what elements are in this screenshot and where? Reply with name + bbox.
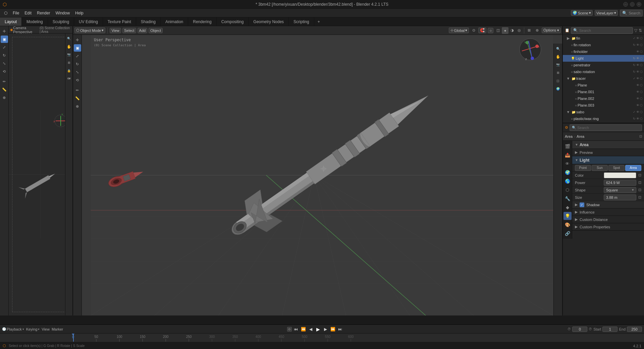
menu-render[interactable]: Render (34, 10, 53, 16)
outliner-item-plane-002[interactable]: ○ Plane.002 👁 ⬡ (563, 95, 644, 102)
prop-constraint-tab[interactable]: 🔗 (564, 229, 572, 237)
select-box-tool[interactable]: ▣ (1, 36, 8, 43)
outliner-item-sabo-rotation[interactable]: ○ sabo rotation ↻ 👁 ⬡ (563, 68, 644, 75)
menu-edit[interactable]: Edit (22, 10, 34, 16)
breadcrumb-area1[interactable]: Area (565, 134, 573, 138)
outliner-search-box[interactable]: 🔍 Search (571, 27, 633, 34)
outliner-item-penetrator[interactable]: ○ penetrator ↻ 👁 ⬡ (563, 62, 644, 68)
menu-help[interactable]: Help (72, 10, 86, 16)
tab-compositing[interactable]: Compositing (217, 17, 249, 26)
lv-zoom-in[interactable]: 🔍 (65, 35, 73, 42)
prop-section-custom-properties[interactable]: ▶ Custom Properties (572, 223, 644, 231)
current-frame-input[interactable]: 0 (572, 327, 587, 332)
shape-select[interactable]: Square ▾ (604, 187, 636, 193)
prop-particles-tab[interactable]: ◆ (564, 203, 572, 211)
view-menu-timeline[interactable]: View (42, 327, 50, 331)
light-type-sun[interactable]: Sun (592, 165, 608, 171)
size-value[interactable]: 3.88 m (604, 194, 636, 200)
jump-to-end-btn[interactable]: ⏭ (337, 326, 343, 333)
shadow-checkbox[interactable]: ✓ (580, 202, 584, 207)
tab-scripting[interactable]: Scripting (289, 17, 314, 26)
prop-object-tab[interactable]: ⬡ (564, 186, 572, 194)
light-type-area[interactable]: Area (625, 165, 641, 171)
outliner-item-light[interactable]: 💡 Light ↻ 👁 ⬡ (563, 55, 644, 62)
rendered-mode[interactable]: ◎ (516, 27, 523, 34)
color-options-btn[interactable]: ⊡ (638, 173, 641, 177)
material-preview[interactable]: ◑ (509, 27, 516, 34)
next-keyframe-btn[interactable]: ⏩ (329, 326, 336, 333)
outliner-item-sabo-collection[interactable]: ▼ 📁 sabo ✓ 👁 ⬡ (563, 109, 644, 115)
prop-section-custom-distance[interactable]: ▶ Custom Distance (572, 216, 644, 223)
power-value[interactable]: 624.9 W (604, 180, 636, 186)
outliner-filter-icon[interactable]: ▽ (634, 28, 637, 33)
tab-modeling[interactable]: Modeling (22, 17, 48, 26)
prop-section-light[interactable]: ▼ Light (572, 156, 644, 164)
light-type-point[interactable]: Point (575, 165, 591, 171)
rotate-tool[interactable]: ↻ (1, 52, 8, 59)
keying-menu[interactable]: Keying (26, 327, 38, 331)
prop-view-layer-tab[interactable]: 👁 (564, 160, 572, 168)
outliner-item-plane-001[interactable]: ○ Plane.001 👁 ⬡ (563, 89, 644, 95)
menu-file[interactable]: File (10, 10, 22, 16)
main-cursor-tool[interactable]: ✛ (74, 36, 81, 44)
tab-shading[interactable]: Shading (136, 17, 161, 26)
color-picker[interactable] (604, 172, 636, 178)
close-button[interactable]: ✕ (637, 2, 641, 7)
viewlayer-selector[interactable]: ViewLayer ▾ (595, 10, 618, 16)
lv-lock[interactable]: 🔒 (65, 67, 73, 74)
outliner-item-fin-rotation[interactable]: ○ fin rotation ↻ 👁 ⬡ (563, 42, 644, 48)
snapping[interactable]: 🧲 (478, 27, 486, 33)
prop-data-tab[interactable]: 💡 (564, 212, 572, 220)
main-annotate-tool[interactable]: ✏ (74, 86, 81, 94)
outliner-sort-icon[interactable]: ⇅ (639, 28, 642, 33)
add-tool[interactable]: ⊕ (1, 94, 8, 101)
breadcrumb-expand[interactable]: ⊡ (639, 134, 642, 138)
viewport-options[interactable]: Options ▾ (542, 27, 561, 33)
prop-modifier-tab[interactable]: 🔧 (564, 194, 572, 202)
main-measure-tool[interactable]: 📏 (74, 95, 81, 102)
tab-animation[interactable]: Animation (161, 17, 188, 26)
menu-window[interactable]: Window (53, 10, 72, 16)
prop-section-preview[interactable]: ▶ Preview (572, 149, 644, 156)
lv-hand[interactable]: ✋ (65, 43, 73, 50)
viewport-orientation[interactable]: ⊹ Global ▾ (449, 27, 469, 33)
zoom-in-btn[interactable]: 🔍 (554, 45, 562, 52)
move-tool[interactable]: ⤢ (1, 44, 8, 51)
maximize-button[interactable]: □ (630, 2, 635, 7)
window-controls[interactable]: ─ □ ✕ (623, 2, 641, 7)
size-options-btn[interactable]: ⊡ (638, 195, 641, 199)
step-forward-btn[interactable]: ▶ (322, 326, 329, 333)
lv-map[interactable]: 🗺 (65, 75, 73, 82)
menu-blender[interactable]: ⬡ (1, 10, 10, 16)
prop-section-area[interactable]: ▼ Area (572, 141, 644, 149)
outliner-item-plane[interactable]: ○ Plane 👁 ⬡ (563, 82, 644, 89)
overlay-btn[interactable]: ◫ (554, 77, 562, 84)
prop-render-tab[interactable]: 🎬 (564, 142, 572, 150)
solid-mode[interactable]: ● (502, 27, 508, 34)
pan-btn[interactable]: ✋ (554, 53, 562, 60)
prop-world-tab[interactable]: 🌎 (564, 177, 572, 185)
power-options-btn[interactable]: ⊡ (638, 180, 641, 185)
pivot-point[interactable]: ⊙ (470, 27, 477, 34)
outliner-item-plane-003[interactable]: ○ Plane.003 👁 ⬡ (563, 102, 644, 109)
view-menu[interactable]: View (110, 28, 121, 33)
tab-rendering[interactable]: Rendering (188, 17, 216, 26)
play-pause-btn[interactable]: ▶ (315, 326, 321, 333)
cursor-tool[interactable]: ✛ (1, 27, 8, 35)
object-menu[interactable]: Object (149, 28, 163, 33)
main-transform-tool[interactable]: ⟲ (74, 76, 81, 84)
timeline-ruler[interactable]: 0 50 100 150 200 250 300 350 (0, 334, 644, 342)
jump-to-start-btn[interactable]: ⏮ (292, 326, 299, 333)
prop-output-tab[interactable]: 📤 (564, 151, 572, 159)
main-rotate-tool[interactable]: ↻ (74, 60, 81, 68)
overlay-toggle[interactable]: ⊞ (526, 27, 532, 34)
annotate-tool[interactable]: ✏ (1, 78, 8, 85)
breadcrumb-area2[interactable]: Area (577, 134, 584, 138)
minimize-button[interactable]: ─ (623, 2, 628, 7)
tab-geometry-nodes[interactable]: Geometry Nodes (249, 17, 289, 26)
left-viewport[interactable]: X Y 🔍 ✋ 📷 ⊞ 🔒 🗺 (9, 34, 72, 315)
prop-material-tab[interactable]: 🎨 (564, 221, 572, 229)
add-menu[interactable]: Add (138, 28, 148, 33)
outliner-item-fin-collection[interactable]: ▶ 📁 fin ✓ 👁 ⬡ (563, 35, 644, 42)
outliner-item-plastic-wax[interactable]: ○ plastic/wax ring ↻ 👁 ⬡ (563, 115, 644, 122)
